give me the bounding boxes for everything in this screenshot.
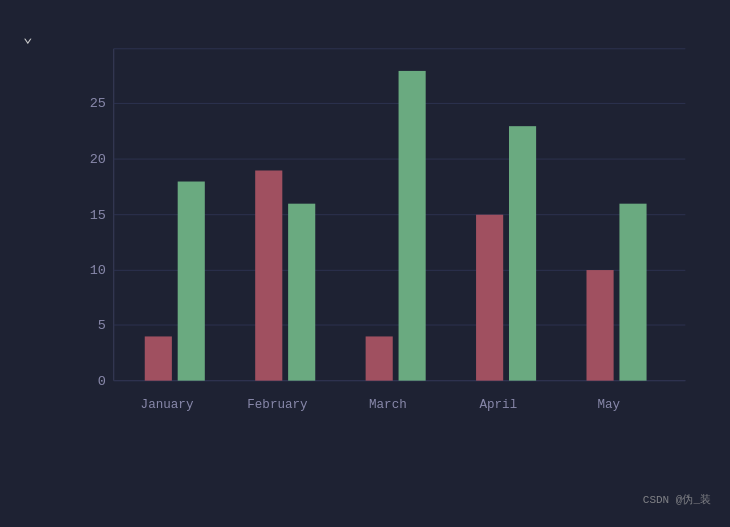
bar-may-s2 <box>619 203 646 380</box>
chevron-icon[interactable]: ⌄ <box>23 27 33 47</box>
bar-jan-s2 <box>178 181 205 380</box>
chart-svg: 0 5 10 15 20 25 January February March <box>75 39 695 449</box>
svg-text:20: 20 <box>90 151 106 166</box>
label-january: January <box>141 396 194 411</box>
label-may: May <box>597 396 620 411</box>
watermark: CSDN @伪_装 <box>643 492 711 507</box>
bar-apr-s2 <box>509 126 536 380</box>
bar-jan-s1 <box>145 336 172 380</box>
bar-mar-s2 <box>399 70 426 380</box>
chart-area: 0 5 10 15 20 25 January February March <box>75 39 695 449</box>
svg-text:10: 10 <box>90 263 106 278</box>
svg-text:0: 0 <box>98 373 106 388</box>
label-april: April <box>479 396 517 411</box>
svg-text:15: 15 <box>90 207 106 222</box>
svg-text:25: 25 <box>90 96 106 111</box>
bar-apr-s1 <box>476 214 503 380</box>
bar-feb-s2 <box>288 203 315 380</box>
bar-feb-s1 <box>255 170 282 380</box>
label-february: February <box>247 396 308 411</box>
label-march: March <box>369 396 407 411</box>
bar-mar-s1 <box>366 336 393 380</box>
svg-text:5: 5 <box>98 317 106 332</box>
bar-may-s1 <box>587 270 614 381</box>
chart-container: ⌄ 0 5 10 15 20 25 <box>15 19 715 509</box>
